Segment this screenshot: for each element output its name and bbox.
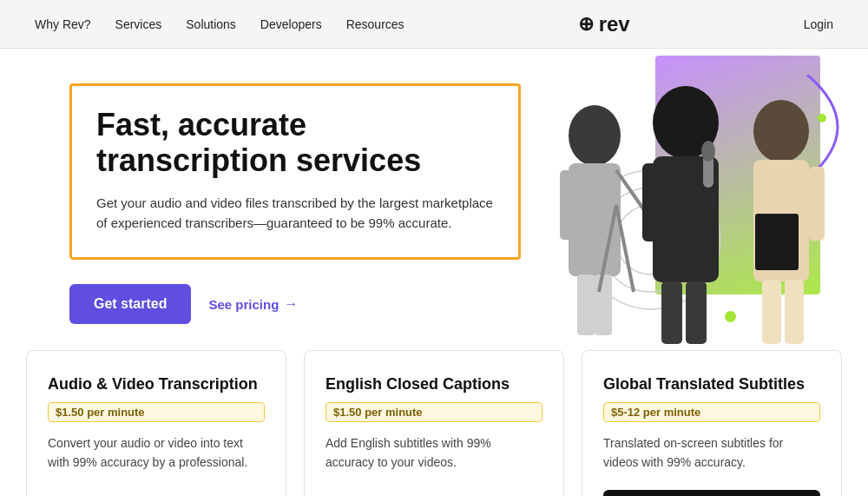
card-audio-video: Audio & Video Transcription $1.50 per mi… [26, 350, 286, 496]
people-illustration [495, 83, 859, 350]
hero-subtitle: Get your audio and video files transcrib… [96, 193, 494, 234]
svg-rect-5 [560, 170, 573, 240]
card-subtitles-price: $5-12 per minute [603, 402, 820, 422]
card-audio-video-title: Audio & Video Transcription [48, 375, 265, 393]
svg-rect-21 [762, 280, 781, 344]
nav-developers[interactable]: Developers [260, 17, 322, 31]
svg-rect-20 [809, 167, 825, 241]
svg-rect-7 [595, 274, 612, 335]
login-link[interactable]: Login [804, 17, 833, 31]
logo-text: rev [599, 12, 630, 36]
hero-section: Fast, accurate transcription services Ge… [0, 49, 868, 350]
see-pricing-label: See pricing [208, 297, 279, 312]
hero-content: Fast, accurate transcription services Ge… [69, 83, 521, 324]
card-subtitles-title: Global Translated Subtitles [603, 375, 820, 393]
card-captions: English Closed Captions $1.50 per minute… [304, 350, 564, 496]
card-captions-title: English Closed Captions [326, 375, 542, 393]
nav-why-rev[interactable]: Why Rev? [35, 17, 91, 31]
nav-services[interactable]: Services [115, 17, 162, 31]
logo-at-icon: ⊕ [578, 13, 594, 36]
card-captions-price: $1.50 per minute [326, 402, 542, 422]
svg-point-18 [753, 100, 809, 162]
svg-point-3 [569, 105, 621, 166]
card-subtitles-desc: Translated on-screen subtitles for video… [603, 434, 820, 472]
navbar: Why Rev? Services Solutions Developers R… [0, 0, 868, 49]
hero-box: Fast, accurate transcription services Ge… [69, 83, 521, 260]
see-pricing-link[interactable]: See pricing → [208, 296, 298, 312]
card-audio-video-price: $1.50 per minute [48, 402, 265, 422]
svg-rect-23 [755, 214, 799, 270]
arrow-icon: → [284, 296, 298, 312]
svg-rect-22 [785, 280, 804, 344]
nav-solutions[interactable]: Solutions [186, 17, 236, 31]
svg-line-10 [616, 170, 647, 214]
svg-rect-13 [642, 163, 658, 241]
get-started-button[interactable]: Get started [69, 284, 191, 324]
svg-point-17 [701, 141, 715, 162]
hero-actions: Get started See pricing → [69, 284, 521, 324]
card-subtitles: Global Translated Subtitles $5-12 per mi… [582, 350, 842, 496]
logo[interactable]: ⊕ rev [578, 12, 630, 36]
svg-rect-6 [577, 274, 595, 335]
nav-links: Why Rev? Services Solutions Developers R… [35, 17, 404, 31]
svg-rect-14 [661, 281, 682, 344]
cards-section: Audio & Video Transcription $1.50 per mi… [0, 350, 868, 496]
card-audio-video-desc: Convert your audio or video into text wi… [48, 434, 265, 485]
hero-title: Fast, accurate transcription services [96, 107, 494, 179]
nav-right: Login [804, 17, 833, 32]
nav-resources[interactable]: Resources [346, 17, 404, 31]
card-captions-desc: Add English subtitles with 99% accuracy … [326, 434, 542, 485]
svg-rect-15 [686, 281, 707, 344]
order-button-subtitles[interactable]: Place your order [603, 490, 820, 496]
